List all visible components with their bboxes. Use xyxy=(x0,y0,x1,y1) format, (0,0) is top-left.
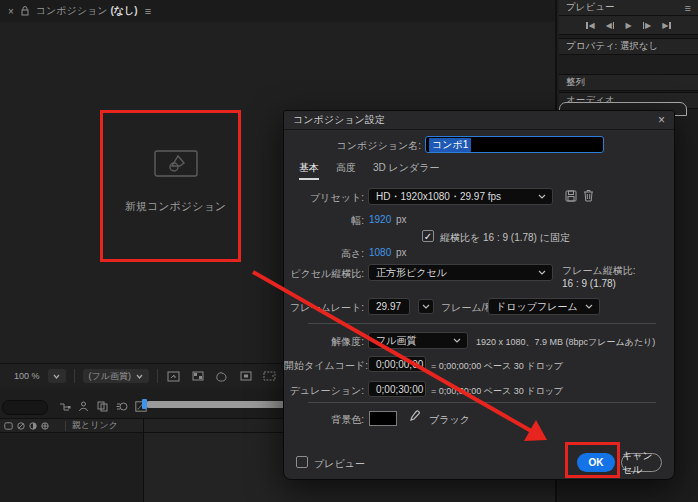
width-unit: px xyxy=(396,214,407,225)
start-timecode-input[interactable]: 0;00;00;00 xyxy=(368,356,426,372)
width-label: 幅: xyxy=(284,214,364,228)
tab-state: (なし) xyxy=(110,4,137,18)
resolution-dropdown[interactable]: フル画質 xyxy=(368,332,468,349)
play-button[interactable]: ▶ xyxy=(625,21,631,30)
timeline-divider[interactable] xyxy=(143,418,144,502)
transport-controls: ◀ ◀ ▶ ▶ ▶ xyxy=(559,16,698,35)
start-timecode-info: = 0;00;00;00 ベース 30 ドロップ xyxy=(431,360,563,373)
parent-pick-icon xyxy=(41,422,49,430)
snapshot-icon[interactable] xyxy=(166,369,182,383)
tab-basic[interactable]: 基本 xyxy=(299,161,319,180)
current-time-field[interactable] xyxy=(2,400,48,415)
lock-icon[interactable] xyxy=(21,6,29,16)
preset-label: プリセット: xyxy=(284,191,364,205)
timeline-toolbar xyxy=(58,400,147,413)
preview-panel-header: プレビュー ≡ xyxy=(559,0,698,16)
save-preset-icon[interactable] xyxy=(565,190,577,202)
comp-name-input[interactable]: コンポ1 xyxy=(425,136,604,153)
dialog-title-bar: コンポジション設定 × xyxy=(284,111,674,130)
framerate-unit: フレーム/秒 xyxy=(441,301,494,315)
new-composition-icon xyxy=(154,150,198,177)
cancel-button[interactable]: キャンセル xyxy=(621,453,662,472)
framerate-chevron-button[interactable] xyxy=(418,299,434,314)
new-composition-button[interactable]: 新規コンポジション xyxy=(118,150,233,230)
ok-button[interactable]: OK xyxy=(577,453,615,472)
frame-aspect-label: フレーム縦横比: xyxy=(562,264,635,278)
bg-color-name: ブラック xyxy=(429,413,470,427)
panel-menu-icon[interactable]: ≡ xyxy=(145,5,151,17)
dialog-separator xyxy=(308,402,656,403)
new-composition-label: 新規コンポジション xyxy=(125,199,226,214)
transparency-grid-icon[interactable] xyxy=(190,369,206,383)
eyedropper-icon[interactable] xyxy=(408,410,421,423)
align-panel-header[interactable]: 整列 xyxy=(559,75,698,91)
align-title: 整列 xyxy=(566,76,585,89)
dialog-close-icon[interactable]: × xyxy=(658,114,665,126)
after-effects-window: × コンポジション (なし) ≡ 新規コンポジション 100 % xyxy=(0,0,698,502)
width-value[interactable]: 1920 xyxy=(369,214,391,225)
duration-info: = 0;00;30;00 ベース 30 ドロップ xyxy=(431,385,563,398)
preview-menu-icon[interactable]: ≡ xyxy=(685,2,691,14)
playhead-marker[interactable] xyxy=(142,399,147,409)
duration-input[interactable]: 0;00;30;00 xyxy=(368,381,426,397)
toolbar-divider xyxy=(74,369,75,383)
tab-close-icon[interactable]: × xyxy=(8,6,14,17)
preview-checkbox-label: プレビュー xyxy=(314,457,365,471)
aspect-lock-label[interactable]: 縦横比を 16 : 9 (1.78) に固定 xyxy=(440,231,570,245)
dialog-separator xyxy=(308,323,656,324)
delete-preset-icon[interactable] xyxy=(583,189,594,202)
tab-advanced[interactable]: 高度 xyxy=(336,161,356,180)
aspect-lock-checkbox[interactable]: ✓ xyxy=(422,230,434,242)
preset-dropdown[interactable]: HD・1920x1080・29.97 fps xyxy=(368,188,553,205)
dialog-tabs: 基本 高度 3D レンダラー xyxy=(299,161,440,180)
region-of-interest-icon[interactable] xyxy=(238,369,254,383)
properties-title: プロパティ: 選択なし xyxy=(566,40,658,53)
bg-color-label: 背景色: xyxy=(284,413,364,427)
comp-name-label: コンポジション名: xyxy=(284,139,421,153)
resolution-info: 1920 x 1080、7.9 MB (8bpcフレームあたり) xyxy=(476,336,655,349)
tab-3d-renderer[interactable]: 3D レンダラー xyxy=(373,161,440,180)
motion-blur-icon[interactable] xyxy=(115,400,128,413)
zoom-chevron-icon[interactable] xyxy=(48,369,66,383)
properties-panel-header: プロパティ: 選択なし xyxy=(559,39,698,55)
framerate-label: フレームレート: xyxy=(284,301,364,315)
height-unit: px xyxy=(396,247,407,258)
properties-body xyxy=(559,55,698,75)
start-timecode-label: 開始タイムコード: xyxy=(284,359,364,373)
pixel-aspect-dropdown[interactable]: 正方形ピクセル xyxy=(368,264,553,281)
previous-frame-button[interactable]: ◀ xyxy=(606,21,615,30)
toolbar-divider xyxy=(157,369,158,383)
duration-label: デュレーション: xyxy=(284,384,364,398)
pixel-aspect-correction-icon[interactable] xyxy=(262,369,278,383)
comp-name-value: コンポ1 xyxy=(429,138,471,152)
shy-icon[interactable] xyxy=(77,400,90,413)
resolution-label: 解像度: xyxy=(284,335,364,349)
comp-mini-flowchart-icon[interactable] xyxy=(58,400,71,413)
height-value[interactable]: 1080 xyxy=(369,247,391,258)
zoom-level[interactable]: 100 % xyxy=(14,371,40,381)
label-color-icon xyxy=(17,422,25,430)
composition-tab-bar: × コンポジション (なし) ≡ xyxy=(0,0,555,22)
resolution-dropdown[interactable]: (フル画質) xyxy=(83,369,149,383)
par-label: ピクセル縦横比: xyxy=(284,267,364,281)
framerate-input[interactable]: 29.97 xyxy=(368,298,410,315)
dropframe-dropdown[interactable]: ドロップフレーム xyxy=(488,298,600,315)
last-frame-button[interactable]: ▶ xyxy=(662,21,671,30)
parent-link-column[interactable]: 親とリンク xyxy=(72,419,118,432)
frame-blending-icon[interactable] xyxy=(96,400,109,413)
dialog-title: コンポジション設定 xyxy=(293,113,385,127)
preview-checkbox[interactable] xyxy=(296,456,308,468)
av-features-icon xyxy=(4,422,13,430)
bg-color-swatch[interactable] xyxy=(369,411,397,426)
mask-visibility-icon[interactable] xyxy=(214,369,230,383)
preview-title: プレビュー xyxy=(566,1,614,14)
layer-switches-icon xyxy=(29,422,37,430)
composition-settings-dialog: コンポジション設定 × コンポジション名: コンポ1 基本 高度 3D レンダラ… xyxy=(283,110,675,480)
height-label: 高さ: xyxy=(284,247,364,261)
frame-aspect-value: 16 : 9 (1.78) xyxy=(562,278,616,289)
first-frame-button[interactable]: ◀ xyxy=(586,21,595,30)
tab-title[interactable]: コンポジション xyxy=(36,4,108,18)
next-frame-button[interactable]: ▶ xyxy=(643,21,652,30)
